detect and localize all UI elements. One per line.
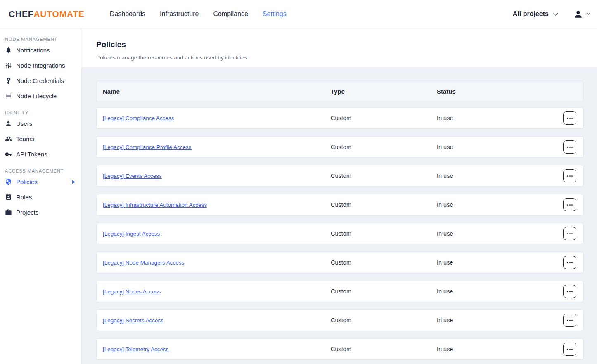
sidebar-item-label: Node Lifecycle	[16, 92, 57, 99]
policy-type-cell: Custom	[331, 288, 437, 295]
policy-name-link[interactable]: [Legacy] Secrets Access	[103, 317, 163, 324]
sidebar-item-users[interactable]: Users	[0, 116, 81, 131]
row-more-options-button[interactable]	[563, 343, 576, 356]
nav-link-settings[interactable]: Settings	[263, 10, 287, 18]
list-icon	[5, 92, 12, 99]
row-more-options-button[interactable]	[563, 169, 576, 182]
sidebar-item-node-credentials[interactable]: Node Credentials	[0, 73, 81, 88]
ellipsis-icon	[567, 175, 568, 177]
row-more-options-button[interactable]	[563, 256, 576, 269]
key-vertical-icon	[5, 77, 12, 84]
chevron-down-icon	[587, 12, 590, 15]
policy-type-cell: Custom	[331, 201, 437, 208]
sidebar-item-label: Node Credentials	[16, 77, 64, 84]
sidebar-section-label: IDENTITY	[5, 110, 81, 115]
ellipsis-icon	[567, 262, 568, 263]
policy-type-cell: Custom	[331, 259, 437, 266]
policy-type-cell: Custom	[331, 173, 437, 179]
sidebar-section-label: NODE MANAGEMENT	[5, 37, 81, 42]
sidebar-item-roles[interactable]: Roles	[0, 189, 81, 205]
table-row: [Legacy] Compliance Access Custom In use	[96, 107, 583, 129]
person-icon	[5, 120, 12, 127]
table-row: [Legacy] Events Access Custom In use	[96, 165, 583, 187]
sidebar-item-node-integrations[interactable]: Node Integrations	[0, 58, 81, 73]
policy-name-link[interactable]: [Legacy] Events Access	[103, 173, 162, 179]
row-more-options-button[interactable]	[563, 227, 576, 240]
policy-name-link[interactable]: [Legacy] Ingest Access	[103, 231, 160, 237]
table-row: [Legacy] Node Managers Access Custom In …	[96, 252, 583, 273]
page-title: Policies	[96, 40, 597, 49]
policies-panel: Name Type Status [Legacy] Compliance Acc…	[81, 67, 597, 364]
sidebar-section-identity: IDENTITY Users Teams API Tokens	[0, 110, 81, 162]
table-row: [Legacy] Telemetry Access Custom In use	[96, 338, 583, 360]
ellipsis-icon	[567, 204, 568, 206]
column-header-type: Type	[331, 88, 437, 95]
policy-status-cell: In use	[437, 201, 557, 208]
sidebar-item-node-lifecycle[interactable]: Node Lifecycle	[0, 88, 81, 104]
table-row: [Legacy] Nodes Access Custom In use	[96, 281, 583, 302]
sidebar-item-label: Node Integrations	[16, 62, 65, 69]
user-menu[interactable]	[573, 9, 590, 19]
column-header-status: Status	[437, 88, 557, 95]
sidebar-item-label: Policies	[16, 178, 38, 185]
row-more-options-button[interactable]	[563, 111, 576, 125]
row-more-options-button[interactable]	[563, 285, 576, 298]
column-header-name: Name	[103, 88, 331, 95]
policy-name-link[interactable]: [Legacy] Telemetry Access	[103, 346, 169, 352]
row-more-options-button[interactable]	[563, 198, 576, 211]
policy-type-cell: Custom	[331, 346, 437, 352]
sidebar-item-notifications[interactable]: Notifications	[0, 43, 81, 58]
key-icon	[5, 151, 12, 158]
sidebar-section-label: ACCESS MANAGEMENT	[5, 168, 81, 173]
sidebar-section-access-management: ACCESS MANAGEMENT Policies Roles Project…	[0, 168, 81, 220]
policy-status-cell: In use	[437, 144, 557, 150]
sidebar-item-label: Projects	[16, 209, 38, 216]
policy-type-cell: Custom	[331, 230, 437, 237]
sidebar-item-label: Notifications	[16, 47, 50, 54]
table-header-row: Name Type Status	[96, 81, 583, 102]
sidebar-section-node-management: NODE MANAGEMENT Notifications Node Integ…	[0, 37, 81, 104]
person-icon	[573, 9, 583, 19]
policy-status-cell: In use	[437, 288, 557, 295]
sidebar-item-projects[interactable]: Projects	[0, 205, 81, 220]
sliders-icon	[5, 62, 12, 69]
policy-status-cell: In use	[437, 259, 557, 266]
chef-automate-logo[interactable]: CHEFAUTOMATE	[9, 9, 85, 19]
policy-type-cell: Custom	[331, 115, 437, 121]
sidebar-item-label: Teams	[16, 135, 34, 142]
policy-name-link[interactable]: [Legacy] Nodes Access	[103, 288, 161, 295]
briefcase-icon	[5, 209, 12, 216]
nav-link-compliance[interactable]: Compliance	[213, 10, 248, 18]
sidebar-item-api-tokens[interactable]: API Tokens	[0, 147, 81, 162]
nav-link-dashboards[interactable]: Dashboards	[110, 10, 145, 18]
page-header: Policies Policies manage the resources a…	[81, 28, 597, 61]
sidebar-item-teams[interactable]: Teams	[0, 131, 81, 147]
nav-link-infrastructure[interactable]: Infrastructure	[160, 10, 199, 18]
main-content: Policies Policies manage the resources a…	[81, 28, 597, 364]
sidebar-item-label: Roles	[16, 194, 32, 201]
table-row: [Legacy] Secrets Access Custom In use	[96, 310, 583, 331]
sidebar-item-label: API Tokens	[16, 151, 47, 158]
policy-type-cell: Custom	[331, 317, 437, 324]
page-subtitle: Policies manage the resources and action…	[96, 54, 597, 61]
logo-automate-text: AUTOMATE	[33, 9, 84, 19]
table-row: [Legacy] Ingest Access Custom In use	[96, 223, 583, 244]
ellipsis-icon	[567, 233, 568, 234]
triangle-right-icon	[72, 180, 76, 184]
policy-status-cell: In use	[437, 115, 557, 121]
projects-filter-dropdown[interactable]: All projects	[513, 10, 557, 18]
policy-name-link[interactable]: [Legacy] Infrastructure Automation Acces…	[103, 202, 207, 208]
policy-name-link[interactable]: [Legacy] Compliance Profile Access	[103, 144, 192, 150]
main-nav: Dashboards Infrastructure Compliance Set…	[110, 10, 287, 18]
row-more-options-button[interactable]	[563, 140, 576, 154]
shield-icon	[5, 178, 12, 185]
policy-type-cell: Custom	[331, 144, 437, 150]
row-more-options-button[interactable]	[563, 314, 576, 327]
table-row: [Legacy] Infrastructure Automation Acces…	[96, 194, 583, 215]
policy-status-cell: In use	[437, 173, 557, 179]
ellipsis-icon	[567, 147, 568, 148]
policy-name-link[interactable]: [Legacy] Node Managers Access	[103, 260, 184, 266]
policy-name-link[interactable]: [Legacy] Compliance Access	[103, 115, 174, 121]
settings-sidebar: NODE MANAGEMENT Notifications Node Integ…	[0, 28, 81, 364]
sidebar-item-policies[interactable]: Policies	[0, 174, 81, 189]
